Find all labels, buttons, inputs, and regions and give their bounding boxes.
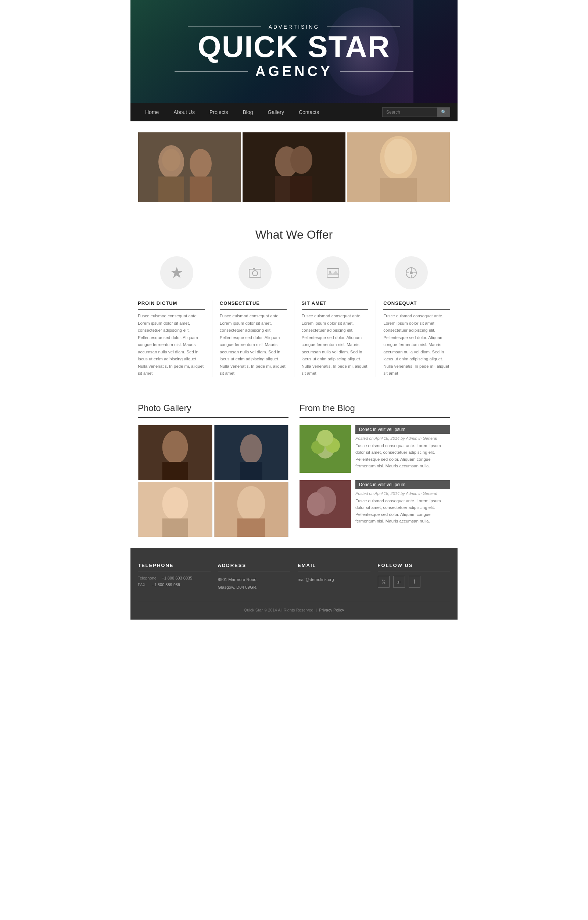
offer-col-4: CONSEQUAT Fusce euismod consequat ante. …	[376, 300, 450, 377]
svg-rect-21	[253, 268, 255, 269]
offer-icon-3	[317, 256, 349, 289]
footer-address-title: ADDRESS	[218, 563, 291, 572]
svg-point-23	[329, 270, 331, 273]
blog-text-2: Fusce euismod consequat ante. Lorem ipsu…	[355, 497, 450, 525]
gallery-strip-item-2[interactable]	[242, 132, 346, 202]
svg-point-29	[410, 271, 413, 274]
nav-projects[interactable]: Projects	[202, 103, 236, 121]
blog-image-1[interactable]	[299, 425, 351, 473]
offer-col-title-1: PROIN DICTUM	[138, 300, 205, 309]
blog-text-1: Fusce euismod consequat ante. Lorem ipsu…	[355, 442, 450, 470]
twitter-icon[interactable]: 𝕏	[378, 576, 389, 588]
social-icons: 𝕏 g+ f	[378, 576, 451, 588]
offer-col-text-3: Fusce euismod consequat ante. Lorem ipsu…	[302, 313, 368, 377]
photo-cell-3[interactable]	[138, 482, 212, 537]
offer-icon-1	[160, 256, 193, 289]
footer-follow: FOLLOW US 𝕏 g+ f	[378, 563, 451, 591]
gallery-strip	[131, 121, 457, 213]
footer-email-value: mail@demolink.org	[298, 576, 370, 583]
blog-item-2: Donec in velit vel ipsum Posted on April…	[299, 480, 450, 528]
footer-email-title: EMAIL	[298, 563, 370, 572]
offer-col-title-2: CONSECTETUE	[220, 300, 287, 309]
nav-home[interactable]: Home	[138, 103, 166, 121]
blog-meta-2: Posted on April 18, 2014 by Admin in Gen…	[355, 491, 450, 496]
blog-item-1: Donec in velit vel ipsum Posted on April…	[299, 425, 450, 473]
offer-icons	[138, 256, 450, 289]
offer-section: What We Offer	[131, 213, 457, 392]
svg-rect-33	[139, 425, 212, 480]
footer-email: EMAIL mail@demolink.org	[298, 563, 370, 591]
footer-address-line2: Glasgow, D04 89GR.	[218, 583, 291, 591]
footer-telephone: TELEPHONE Telephone +1 800 603 6035 FAX:…	[138, 563, 211, 591]
photo-grid	[138, 425, 289, 537]
offer-col-text-2: Fusce euismod consequat ante. Lorem ipsu…	[220, 313, 287, 377]
svg-rect-17	[347, 132, 450, 202]
svg-rect-44	[215, 482, 288, 537]
privacy-policy-link[interactable]: Privacy Policy	[319, 608, 344, 612]
offer-icon-4	[395, 256, 428, 289]
search-button[interactable]: 🔍	[437, 107, 450, 117]
search-input[interactable]	[382, 107, 437, 117]
offer-col-title-3: SIT AMET	[302, 300, 368, 309]
footer-fax-value: +1 800 889 989	[152, 582, 180, 589]
svg-point-39	[162, 487, 188, 520]
nav-about[interactable]: About Us	[166, 103, 202, 121]
blog-content-1: Donec in velit vel ipsum Posted on April…	[355, 425, 450, 473]
offer-col-title-4: CONSEQUAT	[383, 300, 450, 309]
photo-cell-1[interactable]	[138, 425, 212, 480]
footer: TELEPHONE Telephone +1 800 603 6035 FAX:…	[131, 548, 457, 620]
footer-fax-label: FAX:	[138, 582, 147, 589]
nav-gallery[interactable]: Gallery	[260, 103, 291, 121]
blog-title: From the Blog	[299, 403, 450, 418]
search-form: 🔍	[382, 107, 450, 117]
offer-col-3: SIT AMET Fusce euismod consequat ante. L…	[294, 300, 376, 377]
photo-gallery: Photo Gallery	[138, 403, 289, 537]
blog-post-title-1[interactable]: Donec in velit vel ipsum	[355, 425, 450, 434]
blog-image-2[interactable]	[299, 480, 351, 528]
offer-col-text-1: Fusce euismod consequat ante. Lorem ipsu…	[138, 313, 205, 377]
header-title: QUICK STAR	[145, 32, 443, 62]
nav-blog[interactable]: Blog	[236, 103, 260, 121]
svg-rect-40	[162, 518, 188, 537]
gallery-strip-item-3[interactable]	[347, 132, 450, 202]
footer-telephone-title: TELEPHONE	[138, 563, 211, 572]
svg-rect-12	[242, 132, 346, 202]
footer-tel-value: +1 800 603 6035	[162, 576, 192, 582]
blog-meta-1: Posted on April 18, 2014 by Admin in Gen…	[355, 436, 450, 441]
blog-content-2: Donec in velit vel ipsum Posted on April…	[355, 480, 450, 528]
svg-marker-18	[171, 267, 183, 278]
footer-follow-title: FOLLOW US	[378, 563, 451, 572]
footer-address: ADDRESS 8901 Marmora Road, Glasgow, D04 …	[218, 563, 291, 591]
header-subtitle: ADVERTISING	[269, 24, 320, 30]
photo-cell-4[interactable]	[214, 482, 289, 537]
offer-col-2: CONSECTETUE Fusce euismod consequat ante…	[212, 300, 294, 377]
two-col-section: Photo Gallery	[131, 392, 457, 548]
svg-rect-37	[215, 425, 288, 480]
svg-rect-50	[299, 425, 351, 473]
nav-contacts[interactable]: Contacts	[291, 103, 326, 121]
blog-section: From the Blog Donec in velit vel ipsum P…	[299, 403, 450, 537]
svg-point-20	[252, 270, 258, 276]
offer-title: What We Offer	[138, 228, 450, 241]
footer-tel-label: Telephone	[138, 576, 157, 582]
blog-post-title-2[interactable]: Donec in velit vel ipsum	[355, 480, 450, 489]
offer-icon-2	[239, 256, 271, 289]
svg-rect-54	[299, 480, 351, 528]
facebook-icon[interactable]: f	[409, 576, 420, 588]
header: ADVERTISING QUICK STAR AGENCY	[131, 0, 457, 103]
header-agency: AGENCY	[255, 64, 333, 79]
footer-address-line1: 8901 Marmora Road,	[218, 576, 291, 583]
footer-copyright: Quick Star © 2014 All Rights Reserved	[244, 608, 313, 612]
photo-cell-2[interactable]	[214, 425, 289, 480]
google-plus-icon[interactable]: g+	[393, 576, 405, 588]
footer-top: TELEPHONE Telephone +1 800 603 6035 FAX:…	[138, 563, 450, 591]
offer-col-1: PROIN DICTUM Fusce euismod consequat ant…	[138, 300, 212, 377]
svg-rect-6	[138, 132, 241, 202]
offer-grid: PROIN DICTUM Fusce euismod consequat ant…	[138, 300, 450, 377]
gallery-strip-item-1[interactable]	[138, 132, 241, 202]
photo-gallery-title: Photo Gallery	[138, 403, 289, 418]
footer-bottom: Quick Star © 2014 All Rights Reserved | …	[138, 602, 450, 612]
offer-col-text-4: Fusce euismod consequat ante. Lorem ipsu…	[383, 313, 450, 377]
navbar: Home About Us Projects Blog Gallery Cont…	[131, 103, 457, 121]
